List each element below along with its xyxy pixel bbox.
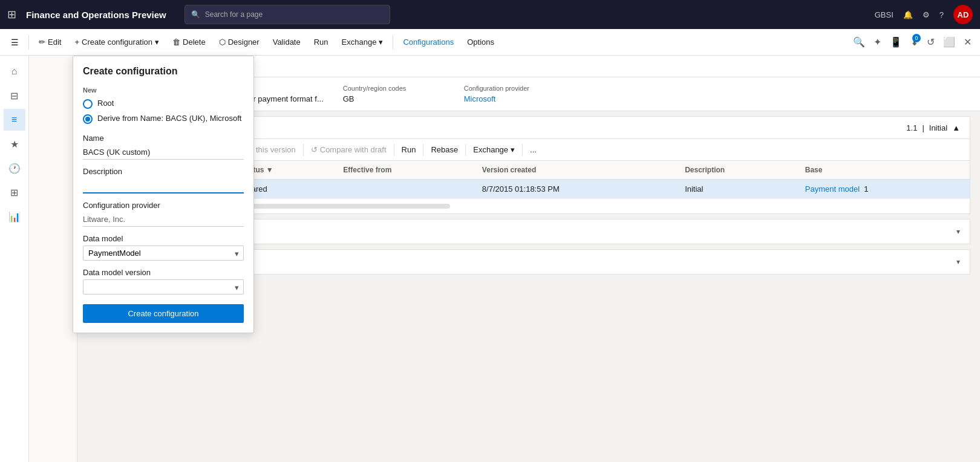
col-effective-from: Effective from: [336, 161, 475, 180]
menu-icon: ☰: [11, 37, 19, 47]
search-placeholder: Search for a page: [205, 10, 263, 19]
compare-icon: ↺: [311, 145, 318, 154]
chevron-down-icon: ▾: [155, 37, 159, 47]
radio-root-item[interactable]: Root: [83, 99, 244, 109]
radio-root-label: Root: [97, 99, 114, 108]
name-input[interactable]: [83, 145, 244, 160]
rebase-label: Rebase: [431, 145, 458, 154]
refresh-icon[interactable]: ↺: [923, 33, 938, 51]
nav-panel: [29, 56, 77, 462]
grid-icon[interactable]: ⊞: [7, 8, 16, 21]
description-input[interactable]: [83, 178, 244, 194]
create-configuration-button[interactable]: Create configuration: [83, 304, 244, 323]
radio-root-circle: [83, 99, 93, 109]
configurations-tab[interactable]: Configurations: [397, 34, 460, 50]
vtb-sep4: [394, 144, 394, 156]
cmd-search-icon[interactable]: 🔍: [849, 33, 869, 51]
meta-provider-label: Configuration provider: [464, 85, 585, 92]
sidebar-item-home[interactable]: ⌂: [4, 60, 25, 82]
col-base: Base: [798, 161, 970, 180]
versions-badge: 1.1 | Initial ▲: [906, 123, 960, 132]
meta-country-label: Country/region codes: [343, 85, 445, 92]
versions-exchange-label: Exchange: [473, 145, 508, 154]
exchange-chevron-icon: ▾: [379, 37, 383, 47]
vtb-sep6: [465, 144, 466, 156]
mobile-icon[interactable]: 📱: [886, 33, 906, 51]
separator2: [393, 35, 393, 50]
version-number: 1.1: [906, 123, 917, 132]
sidebar-item-list[interactable]: ≡: [4, 109, 25, 131]
app-title: Finance and Operations Preview: [26, 10, 166, 20]
create-config-label: Create configuration: [82, 37, 152, 47]
create-configuration-panel: Create configuration New Root Derive fro…: [73, 56, 254, 333]
delete-button[interactable]: 🗑 Delete: [166, 34, 212, 50]
sidebar-item-reports[interactable]: 📊: [4, 206, 25, 227]
help-icon[interactable]: ?: [939, 10, 944, 19]
run-button[interactable]: Run: [308, 34, 335, 50]
trash-icon: 🗑: [172, 37, 180, 47]
data-model-select[interactable]: PaymentModel: [83, 246, 244, 261]
designer-icon: ⬡: [219, 37, 226, 47]
versions-run-button[interactable]: Run: [397, 143, 421, 157]
compare-label: Compare with draft: [320, 145, 387, 154]
versions-chevron-up-icon[interactable]: ▲: [952, 123, 960, 132]
radio-group: Root Derive from Name: BACS (UK), Micros…: [83, 99, 244, 124]
more-button[interactable]: ...: [525, 143, 541, 157]
sidebar-item-recent[interactable]: 🕐: [4, 157, 25, 179]
cell-base: Payment model 1: [798, 180, 970, 199]
topbar: ⊞ Finance and Operations Preview 🔍 Searc…: [0, 0, 980, 29]
radio-derive-item[interactable]: Derive from Name: BACS (UK), Microsoft: [83, 114, 244, 124]
sidebar-item-favorites[interactable]: ★: [4, 133, 25, 155]
radio-derive-label: Derive from Name: BACS (UK), Microsoft: [97, 114, 241, 123]
config-provider-input: [83, 212, 244, 227]
run-label: Run: [314, 37, 328, 47]
validate-button[interactable]: Validate: [267, 34, 307, 50]
vtb-sep3: [303, 144, 304, 156]
minimize-icon[interactable]: ⬜: [939, 33, 959, 51]
exchange-button[interactable]: Exchange ▾: [336, 34, 390, 50]
col-version-created: Version created: [475, 161, 678, 180]
hamburger-menu[interactable]: ☰: [5, 34, 25, 51]
notification-icon[interactable]: 🔔: [903, 10, 913, 19]
close-icon[interactable]: ✕: [960, 33, 975, 51]
sparkle-icon[interactable]: ✦: [870, 33, 885, 51]
vtb-sep7: [522, 144, 523, 156]
rebase-button[interactable]: Rebase: [426, 143, 463, 157]
dropdown-section-label: New: [83, 86, 244, 94]
config-provider-label: Configuration provider: [83, 201, 244, 210]
compare-button[interactable]: ↺ Compare with draft: [306, 143, 391, 157]
meta-provider-field: Configuration provider Microsoft: [464, 85, 585, 103]
data-model-version-select[interactable]: [83, 279, 244, 294]
sidebar-filter-icon[interactable]: ⊟: [4, 85, 25, 106]
settings-icon[interactable]: ⚙: [923, 10, 930, 19]
exchange-label: Exchange: [342, 37, 377, 47]
meta-provider-value[interactable]: Microsoft: [464, 94, 585, 103]
avatar[interactable]: AD: [953, 5, 973, 24]
data-model-label: Data model: [83, 234, 244, 243]
search-box[interactable]: 🔍 Search for a page: [185, 5, 390, 24]
description-label: Description: [83, 167, 244, 176]
sidebar: ⌂ ⊟ ≡ ★ 🕐 ⊞ 📊: [0, 56, 29, 462]
data-model-version-label: Data model version: [83, 268, 244, 277]
data-model-version-select-wrapper: [83, 279, 244, 294]
filter-icon[interactable]: ▼: [266, 166, 273, 174]
commandbar: ☰ ✏ Edit + Create configuration ▾ 🗑 Dele…: [0, 29, 980, 56]
versions-exchange-button[interactable]: Exchange ▾: [468, 143, 520, 157]
sidebar-item-workspace[interactable]: ⊞: [4, 181, 25, 203]
versions-run-label: Run: [402, 145, 416, 154]
components-chevron-icon: ▾: [956, 258, 960, 266]
version-status: Initial: [929, 123, 947, 132]
iso-chevron-icon: ▾: [956, 227, 960, 236]
base-link[interactable]: Payment model: [805, 184, 860, 194]
plus-icon: +: [74, 37, 79, 47]
meta-country-value: GB: [343, 94, 445, 103]
options-tab[interactable]: Options: [461, 34, 500, 50]
radio-derive-circle: [83, 114, 93, 124]
separator: [28, 35, 29, 50]
designer-button[interactable]: ⬡ Designer: [213, 34, 266, 50]
edit-button[interactable]: ✏ Edit: [33, 34, 67, 50]
download-icon[interactable]: ⬇ 0: [907, 33, 922, 51]
cell-effective-from: [336, 180, 475, 199]
edit-icon: ✏: [39, 37, 45, 47]
create-config-button[interactable]: + Create configuration ▾: [68, 34, 165, 50]
